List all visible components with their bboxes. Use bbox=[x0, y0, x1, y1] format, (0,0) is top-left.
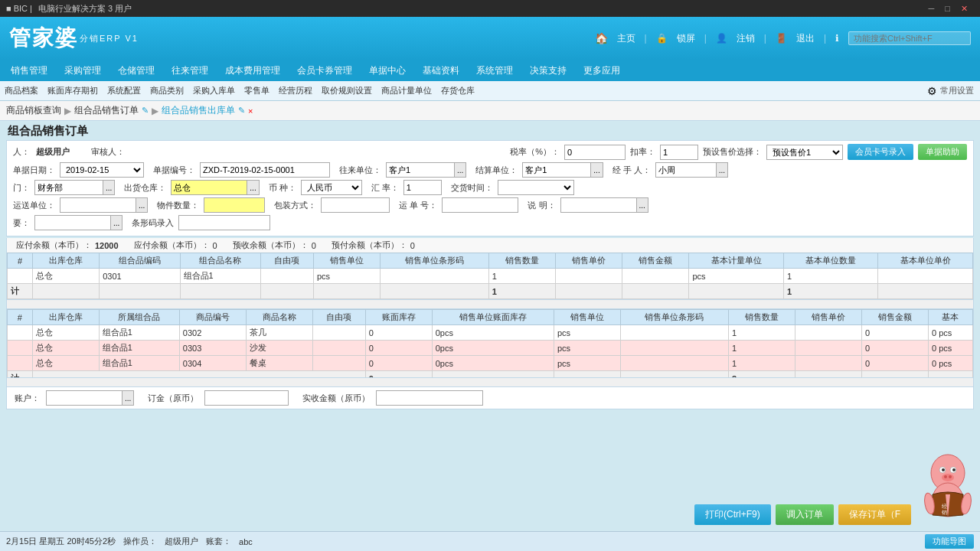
nav-cost[interactable]: 成本费用管理 bbox=[217, 61, 288, 80]
nav-decision[interactable]: 决策支持 bbox=[522, 61, 574, 80]
form-row-3: 门： ... 出货仓库： ... 币 种： 人民币 汇 率： 交货时间： bbox=[13, 180, 967, 195]
subnav-uom[interactable]: 商品计量单位 bbox=[381, 85, 432, 96]
partner-ellipsis-btn[interactable]: ... bbox=[455, 162, 466, 178]
btd-unit-stock-1: 0pcs bbox=[432, 325, 554, 341]
discount-label: 扣率： bbox=[630, 146, 655, 158]
actual-amount-input[interactable] bbox=[376, 390, 483, 406]
bc-icon-1[interactable]: ✎ bbox=[142, 106, 149, 116]
order-no-input[interactable] bbox=[200, 162, 330, 178]
ship-unit-input[interactable] bbox=[60, 197, 136, 213]
exchange-input[interactable] bbox=[403, 180, 442, 195]
note-ellipsis-btn[interactable]: ... bbox=[637, 197, 648, 213]
subnav-purchase-in[interactable]: 采购入库单 bbox=[193, 85, 235, 96]
order-amount-input[interactable] bbox=[204, 390, 289, 406]
account-ellipsis-btn[interactable]: ... bbox=[122, 390, 134, 406]
help-btn[interactable]: 单据助助 bbox=[918, 144, 967, 160]
bottom-row-3[interactable]: 总仓 组合品1 0304 餐桌 0 0pcs pcs 1 0 0 pcs bbox=[8, 356, 973, 371]
settlement-input[interactable] bbox=[522, 162, 591, 178]
nav-system[interactable]: 系统管理 bbox=[469, 61, 521, 80]
nav-warehouse[interactable]: 仓储管理 bbox=[110, 61, 162, 80]
title-bar: ■ BIC | 电脑行业解决方案 3 用户 ─ □ ✕ bbox=[0, 0, 980, 17]
btd-qty-3: 1 bbox=[729, 356, 795, 371]
save-btn[interactable]: 保存订单（F bbox=[838, 504, 911, 525]
memo-ellipsis-btn[interactable]: ... bbox=[111, 215, 122, 230]
close-btn[interactable]: ✕ bbox=[961, 4, 968, 14]
partner-input[interactable] bbox=[386, 162, 455, 178]
settlement-ellipsis-btn[interactable]: ... bbox=[591, 162, 603, 178]
handler-input[interactable] bbox=[655, 162, 717, 178]
th-num: # bbox=[8, 253, 33, 269]
dept-ellipsis-btn[interactable]: ... bbox=[103, 180, 115, 195]
form-row-2: 单据日期： 2019-02-15 单据编号： 往来单位： ... 结算单位： .… bbox=[13, 162, 967, 178]
order-amount-label: 订金（原币） bbox=[148, 393, 198, 404]
subnav-ledger[interactable]: 账面库存期初 bbox=[47, 85, 98, 96]
btd-unit-2: pcs bbox=[554, 341, 620, 356]
logout-icon: 👤 bbox=[716, 33, 727, 44]
import-btn[interactable]: 调入订单 bbox=[776, 504, 834, 525]
bc-item-1[interactable]: 商品销板查询 bbox=[6, 104, 61, 117]
price-select-label: 预设售价选择： bbox=[703, 146, 762, 158]
subnav-category[interactable]: 商品类别 bbox=[150, 85, 184, 96]
date-input[interactable]: 2019-02-15 bbox=[60, 162, 144, 178]
top-table: # 出库仓库 组合品编码 组合品名称 自由项 销售单位 销售单位条形码 销售数量… bbox=[7, 253, 973, 299]
scroll-bar-1[interactable] bbox=[6, 300, 974, 309]
bottom-row-1[interactable]: 总仓 组合品1 0302 茶几 0 0pcs pcs 1 0 0 pcs bbox=[8, 325, 973, 341]
balance-prepaid-value: 0 bbox=[312, 241, 316, 250]
nav-sales[interactable]: 销售管理 bbox=[3, 61, 55, 80]
bc-item-2[interactable]: 组合品销售订单 bbox=[74, 104, 139, 117]
subnav-config[interactable]: 系统配置 bbox=[107, 85, 141, 96]
pieces-input[interactable] bbox=[204, 197, 265, 213]
trade-time-select[interactable] bbox=[498, 180, 574, 195]
td-num bbox=[8, 269, 33, 284]
operator-value: 超级用户 bbox=[36, 146, 70, 158]
ship-unit-ellipsis-btn[interactable]: ... bbox=[136, 197, 148, 213]
subnav-history[interactable]: 经营历程 bbox=[279, 85, 312, 96]
discount-input[interactable] bbox=[660, 145, 698, 160]
minimize-btn[interactable]: ─ bbox=[929, 4, 935, 14]
nav-basic[interactable]: 基础资料 bbox=[415, 61, 467, 80]
ship-no-input[interactable] bbox=[442, 197, 518, 213]
func-map-btn[interactable]: 功能导图 bbox=[925, 534, 974, 549]
price-select[interactable]: 预设售价1 bbox=[766, 145, 843, 160]
member-card-btn[interactable]: 会员卡号录入 bbox=[848, 144, 913, 160]
handler-ellipsis-btn[interactable]: ... bbox=[717, 162, 728, 178]
subnav-pricing[interactable]: 取价规则设置 bbox=[322, 85, 372, 96]
bc-item-3[interactable]: 组合品销售出库单 bbox=[162, 104, 235, 117]
th-combo-code: 组合品编码 bbox=[100, 253, 180, 269]
note-input[interactable] bbox=[560, 197, 637, 213]
nav-member[interactable]: 会员卡券管理 bbox=[289, 61, 360, 80]
nav-purchase[interactable]: 采购管理 bbox=[57, 61, 109, 80]
subnav-product-file[interactable]: 商品档案 bbox=[5, 85, 38, 96]
settings-icon[interactable]: ⚙ bbox=[927, 85, 937, 97]
maximize-btn[interactable]: □ bbox=[945, 4, 950, 14]
currency-select[interactable]: 人民币 bbox=[301, 180, 362, 195]
dept-input[interactable] bbox=[34, 180, 103, 195]
scroll-bar-2[interactable] bbox=[6, 378, 974, 387]
subnav-stock[interactable]: 存货仓库 bbox=[441, 85, 475, 96]
note-field: ... bbox=[560, 197, 648, 213]
top-table-row[interactable]: 总仓 0301 组合品1 pcs 1 pcs 1 bbox=[8, 269, 973, 284]
dept-field: ... bbox=[34, 180, 115, 195]
memo-input[interactable] bbox=[34, 215, 111, 230]
bottom-row-2[interactable]: 总仓 组合品1 0303 沙发 0 0pcs pcs 1 0 0 pcs bbox=[8, 341, 973, 356]
warehouse-input[interactable] bbox=[171, 180, 247, 195]
account-input[interactable] bbox=[46, 390, 122, 406]
bc-icon-2[interactable]: ✎ bbox=[238, 106, 245, 116]
nav-transactions[interactable]: 往来管理 bbox=[164, 61, 216, 80]
func-search-input[interactable] bbox=[848, 31, 971, 45]
logout-link[interactable]: 注销 bbox=[737, 32, 755, 45]
warehouse-ellipsis-btn[interactable]: ... bbox=[247, 180, 259, 195]
exit-link[interactable]: 退出 bbox=[796, 32, 815, 45]
subnav-retail[interactable]: 零售单 bbox=[244, 85, 270, 96]
settings-label[interactable]: 常用设置 bbox=[940, 85, 974, 96]
tax-rate-input[interactable] bbox=[564, 145, 626, 160]
nav-voucher[interactable]: 单据中心 bbox=[361, 61, 413, 80]
barcode-input[interactable] bbox=[178, 215, 270, 230]
home-link[interactable]: 主页 bbox=[617, 32, 635, 45]
btd-name-2: 沙发 bbox=[246, 341, 312, 356]
pack-input[interactable] bbox=[321, 197, 390, 213]
lock-link[interactable]: 锁屏 bbox=[677, 32, 695, 45]
btd-combo-1: 组合品1 bbox=[99, 325, 179, 341]
print-btn[interactable]: 打印(Ctrl+F9) bbox=[694, 504, 771, 525]
nav-more[interactable]: 更多应用 bbox=[576, 61, 628, 80]
